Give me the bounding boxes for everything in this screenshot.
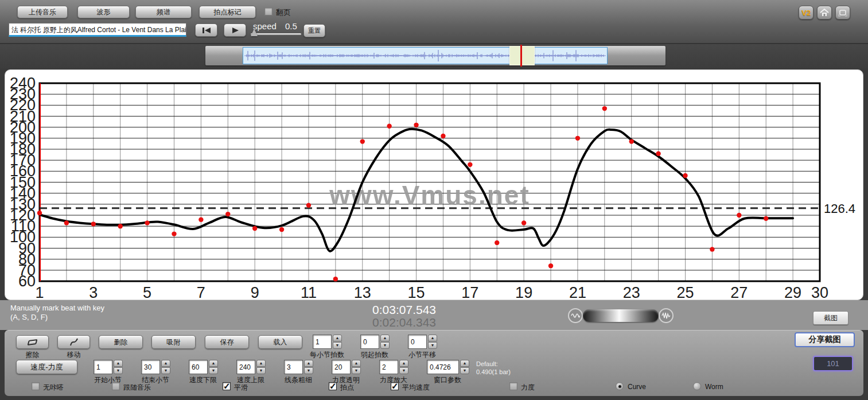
window-default-note-line2: 0.490(1 bar) xyxy=(476,368,511,375)
disabled-extra-button[interactable]: 101 xyxy=(813,356,853,371)
spinner-up-icon[interactable]: ▲ xyxy=(460,360,469,367)
waveform-track[interactable] xyxy=(205,46,665,65)
home-button[interactable] xyxy=(817,6,832,20)
snap-button[interactable]: 吸附 xyxy=(151,335,196,349)
beat-dots-label: 拍点 xyxy=(340,383,369,393)
move-tool-button[interactable] xyxy=(57,335,90,349)
save-button[interactable]: 保存 xyxy=(205,335,249,349)
spectrum-button[interactable]: 频谱 xyxy=(135,6,192,18)
spinner-up-icon[interactable]: ▲ xyxy=(352,360,361,367)
fullscreen-icon xyxy=(838,9,847,17)
spinner-up-icon[interactable]: ▲ xyxy=(256,360,266,367)
tempo-max-value[interactable]: 240 xyxy=(236,360,255,374)
line-width-label: 线条粗细 xyxy=(273,375,324,385)
spinner-down-icon[interactable]: ▼ xyxy=(352,367,361,374)
no-click-checkbox[interactable] xyxy=(32,382,40,390)
share-screenshot-button[interactable]: 分享截图 xyxy=(795,332,855,347)
spinner-up-icon[interactable]: ▲ xyxy=(161,360,170,367)
svg-text:29: 29 xyxy=(784,284,801,300)
load-button[interactable]: 载入 xyxy=(258,335,302,349)
status-strip: Manually mark beat with key (A, S, D, F)… xyxy=(0,300,868,330)
beats-per-bar-value[interactable]: 1 xyxy=(313,335,332,349)
version-v2-button[interactable]: V2 xyxy=(799,6,813,20)
spinner-down-icon[interactable]: ▼ xyxy=(380,342,390,349)
play-button[interactable] xyxy=(224,24,246,37)
spinner-up-icon[interactable]: ▲ xyxy=(428,335,437,341)
curve-radio[interactable] xyxy=(616,382,624,390)
average-tempo-checkbox[interactable] xyxy=(391,382,399,390)
spinner-down-icon[interactable]: ▼ xyxy=(428,342,437,349)
screenshot-button[interactable]: 截图 xyxy=(813,311,848,325)
track-title-input[interactable]: 法 科尔托 原野上的风Alfred Cortot - Le Vent Dans … xyxy=(9,23,186,37)
spinner-up-icon[interactable]: ▲ xyxy=(333,335,342,341)
move-curve-icon xyxy=(69,337,79,347)
waveform-audio-region[interactable] xyxy=(243,47,608,64)
svg-text:17: 17 xyxy=(461,284,478,300)
waveform-button[interactable]: 波形 xyxy=(77,6,130,18)
beat-dots-checkbox[interactable] xyxy=(329,382,337,390)
window-param-value[interactable]: 0.4726 xyxy=(427,360,459,374)
tempo-max-spinner: 240 ▲▼ xyxy=(236,360,266,374)
spinner-down-icon[interactable]: ▼ xyxy=(333,342,342,349)
smooth-checkbox[interactable] xyxy=(223,382,231,390)
spinner-down-icon[interactable]: ▼ xyxy=(161,367,170,374)
pickup-beats-value[interactable]: 0 xyxy=(360,335,379,349)
reset-button[interactable]: 重置 xyxy=(303,24,325,37)
spinner-up-icon[interactable]: ▲ xyxy=(380,335,390,341)
time-current: 0:03:07.543 xyxy=(321,303,436,317)
bar-shift-value[interactable]: 0 xyxy=(408,335,427,349)
start-bar-value[interactable]: 1 xyxy=(94,360,112,374)
dynamics-gain-value[interactable]: 2 xyxy=(379,360,398,374)
spinner-down-icon[interactable]: ▼ xyxy=(460,367,469,374)
svg-text:30: 30 xyxy=(811,284,828,300)
dynamics-checkbox[interactable] xyxy=(509,382,517,390)
spinner-up-icon[interactable]: ▲ xyxy=(304,360,313,367)
svg-text:27: 27 xyxy=(730,284,748,300)
follow-music-label: 跟随音乐 xyxy=(123,383,164,393)
waveform-graphic xyxy=(243,48,607,64)
volume-max-button[interactable] xyxy=(659,308,674,323)
start-bar-spinner: 1 ▲▼ xyxy=(94,360,123,374)
page-turn-checkbox[interactable] xyxy=(264,7,273,15)
waveform-selection-window[interactable] xyxy=(509,46,535,65)
worm-radio[interactable] xyxy=(693,382,701,390)
dynamics-opacity-spinner: 20 ▲▼ xyxy=(332,360,361,374)
line-width-spinner: 3 ▲▼ xyxy=(284,360,313,374)
spinner-up-icon[interactable]: ▲ xyxy=(399,360,408,367)
spinner-down-icon[interactable]: ▼ xyxy=(304,367,313,374)
window-param-spinner: 0.4726 ▲▼ xyxy=(427,360,469,374)
beat-mark-button[interactable]: 拍点标记 xyxy=(199,6,256,18)
volume-min-button[interactable] xyxy=(568,308,583,323)
spinner-up-icon[interactable]: ▲ xyxy=(114,360,123,367)
tempo-dynamics-mode-button[interactable]: 速度-力度 xyxy=(16,360,77,374)
end-bar-spinner: 30 ▲▼ xyxy=(141,360,170,374)
svg-text:13: 13 xyxy=(354,284,371,300)
playhead-marker[interactable] xyxy=(520,45,522,67)
fullscreen-button[interactable] xyxy=(835,6,850,20)
svg-text:9: 9 xyxy=(251,284,259,300)
spinner-down-icon[interactable]: ▼ xyxy=(209,367,218,374)
svg-text:23: 23 xyxy=(623,284,640,300)
end-bar-value[interactable]: 30 xyxy=(141,360,160,374)
spinner-down-icon[interactable]: ▼ xyxy=(114,367,123,374)
tempo-min-value[interactable]: 60 xyxy=(189,360,208,374)
upload-music-button[interactable]: 上传音乐 xyxy=(17,6,68,18)
erase-tool-button[interactable] xyxy=(16,335,49,349)
spinner-down-icon[interactable]: ▼ xyxy=(256,367,266,374)
line-width-value[interactable]: 3 xyxy=(284,360,303,374)
tempo-chart[interactable]: www.Vmus.net126.460708090100110120130140… xyxy=(5,70,863,300)
move-tool-label: 移动 xyxy=(57,350,90,360)
skip-to-start-button[interactable] xyxy=(195,24,217,37)
follow-music-checkbox[interactable] xyxy=(112,382,120,390)
delete-button[interactable]: 删除 xyxy=(99,335,143,349)
spinner-up-icon[interactable]: ▲ xyxy=(209,360,218,367)
curve-radio-label: Curve xyxy=(628,383,656,391)
speed-slider-thumb[interactable] xyxy=(251,29,258,36)
spinner-down-icon[interactable]: ▼ xyxy=(399,367,408,374)
beats-per-bar-label: 每小节拍数 xyxy=(303,350,351,360)
home-icon xyxy=(820,9,829,17)
volume-slider[interactable] xyxy=(583,309,659,322)
dynamics-opacity-value[interactable]: 20 xyxy=(332,360,351,374)
speed-slider-track[interactable] xyxy=(251,33,301,35)
tempo-min-spinner: 60 ▲▼ xyxy=(189,360,218,374)
